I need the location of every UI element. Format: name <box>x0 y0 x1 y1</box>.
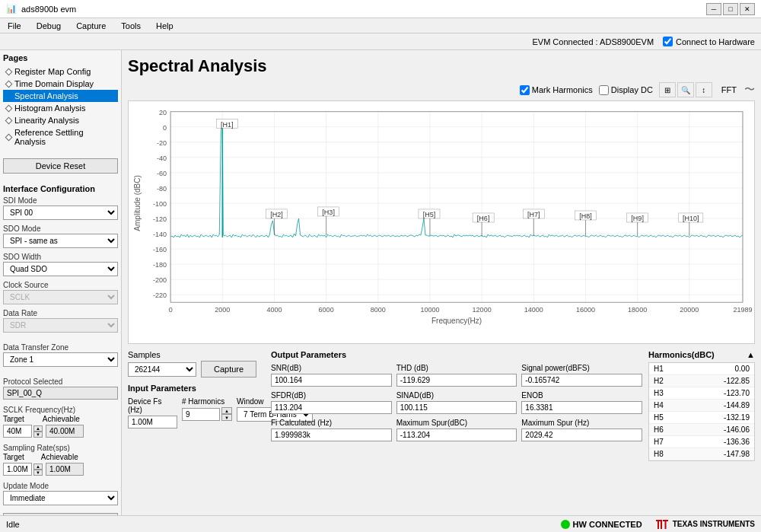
sfdr-value: 113.204 <box>271 401 392 414</box>
svg-text:[H8]: [H8] <box>579 212 592 220</box>
menu-tools[interactable]: Tools <box>116 21 145 31</box>
sdo-width-select[interactable]: Quad SDO <box>3 262 118 276</box>
data-rate-select: SDR <box>3 318 118 333</box>
data-transfer-select[interactable]: Zone 1 <box>3 352 118 367</box>
connect-hw-checkbox[interactable] <box>663 37 673 46</box>
harmonics-input[interactable] <box>182 408 220 421</box>
svg-text:[H1]: [H1] <box>221 121 234 129</box>
sampling-target-input[interactable] <box>3 463 32 476</box>
harmonics-up[interactable]: ▲ <box>221 407 232 414</box>
svg-text:-200: -200 <box>153 276 167 284</box>
sdo-mode-select[interactable]: SPI - same as <box>3 234 118 248</box>
harmonics-scroll[interactable]: H10.00H2-122.85H3-123.70H4-144.89H5-132.… <box>648 362 755 461</box>
app-icon: 📊 <box>6 4 17 14</box>
sidebar-item-reference[interactable]: Reference Settling Analysis <box>3 126 118 148</box>
device-reset-button[interactable]: Device Reset <box>3 158 118 174</box>
mark-harmonics-label: Mark Harmonics <box>532 85 593 94</box>
display-dc-checkbox[interactable] <box>599 85 609 95</box>
svg-text:[H2]: [H2] <box>270 211 283 218</box>
output-grid: SNR(dB) 100.164 THD (dB) -119.629 Signal… <box>271 364 642 441</box>
data-transfer-label: Data Transfer Zone <box>3 343 118 352</box>
samples-select[interactable]: 262144 <box>128 362 196 377</box>
svg-text:-40: -40 <box>157 155 167 162</box>
sampling-target-label: Target <box>3 453 24 461</box>
hw-connected-status: HW CONNECTED <box>561 520 642 529</box>
input-params-row: Device Fs (Hz) # Harmonics ▲ ▼ <box>128 397 265 428</box>
device-fs-input[interactable] <box>128 416 177 428</box>
fi-calc-label: Fi Calculated (Hz) <box>271 419 392 427</box>
enob-field: ENOB 16.3381 <box>521 391 642 414</box>
ti-branding: TEXAS INSTRUMENTS <box>654 518 755 530</box>
nav-diamond-reference <box>5 133 13 141</box>
capture-button[interactable]: Capture <box>201 361 256 377</box>
harmonic-row: H6-146.06 <box>649 424 754 436</box>
close-button[interactable]: ✕ <box>740 3 755 15</box>
svg-text:2000: 2000 <box>215 306 230 314</box>
output-title: Output Parameters <box>271 350 642 359</box>
statusbar: Idle HW CONNECTED TEXAS INSTRUMENTS <box>0 515 761 532</box>
capture-panel: Samples 262144 Capture Input Parameters … <box>128 350 265 509</box>
update-mode-select[interactable]: Immediate <box>3 491 118 505</box>
sclk-target-down[interactable]: ▼ <box>33 432 43 438</box>
nav-label-register: Register Map Config <box>14 67 91 76</box>
chart-tool-3[interactable]: ↕ <box>696 82 712 97</box>
signal-power-field: Signal power(dBFS) -0.165742 <box>521 364 642 387</box>
thd-value: -119.629 <box>396 374 517 387</box>
svg-text:20000: 20000 <box>680 306 699 314</box>
thd-field: THD (dB) -119.629 <box>396 364 517 387</box>
nav-diamond-histogram <box>5 104 13 112</box>
chart-tool-1[interactable]: ⊞ <box>659 82 676 97</box>
sidebar-item-spectral[interactable]: Spectral Analysis <box>3 90 118 102</box>
nav-label-histogram: Histogram Analysis <box>14 104 86 113</box>
svg-text:[H7]: [H7] <box>527 211 540 218</box>
svg-text:-20: -20 <box>157 139 167 147</box>
sidebar-item-register-map[interactable]: Register Map Config <box>3 65 118 78</box>
display-dc-label: Display DC <box>611 85 653 94</box>
sidebar-item-time-domain[interactable]: Time Domain Display <box>3 78 118 90</box>
harmonics-scroll-btn[interactable]: ▲ <box>747 350 755 359</box>
configure-button[interactable]: Configure <box>3 513 118 515</box>
sampling-target-up[interactable]: ▲ <box>33 464 43 470</box>
spectral-chart[interactable]: 20 0 -20 -40 -60 -80 -100 -120 -140 -160… <box>128 100 755 344</box>
maximize-button[interactable]: □ <box>723 3 738 15</box>
menu-capture[interactable]: Capture <box>72 21 110 31</box>
menu-debug[interactable]: Debug <box>32 21 65 31</box>
svg-text:[H6]: [H6] <box>477 215 490 222</box>
input-params-title: Input Parameters <box>128 384 265 393</box>
mark-harmonics-control[interactable]: Mark Harmonics <box>520 85 593 95</box>
sdi-mode-select[interactable]: SPI 00 <box>3 205 118 220</box>
mark-harmonics-checkbox[interactable] <box>520 85 530 95</box>
sidebar: Pages Register Map Config Time Domain Di… <box>0 50 122 515</box>
sidebar-item-histogram[interactable]: Histogram Analysis <box>3 102 118 114</box>
sclk-target-input[interactable] <box>3 425 32 438</box>
nav-label-reference: Reference Settling Analysis <box>14 128 115 146</box>
harmonic-row: H5-132.19 <box>649 412 754 424</box>
svg-text:21989: 21989 <box>733 306 752 314</box>
harmonics-down[interactable]: ▼ <box>221 414 232 421</box>
harmonics-field: # Harmonics ▲ ▼ <box>182 397 232 421</box>
minimize-button[interactable]: ─ <box>706 3 721 15</box>
titlebar-controls[interactable]: ─ □ ✕ <box>706 3 755 15</box>
chart-tool-2[interactable]: 🔍 <box>677 82 694 97</box>
connect-hardware[interactable]: Connect to Hardware <box>663 37 755 46</box>
status-idle: Idle <box>6 520 20 529</box>
menu-help[interactable]: Help <box>151 21 178 31</box>
svg-text:18000: 18000 <box>628 306 647 314</box>
svg-text:-60: -60 <box>157 170 167 177</box>
max-spur-dbc-field: Maximum Spur(dBC) -113.204 <box>396 419 517 441</box>
protocol-value: SPI_00_Q <box>3 387 118 400</box>
ti-text: TEXAS INSTRUMENTS <box>673 520 755 528</box>
data-transfer-section: Data Transfer Zone Zone 1 <box>3 343 118 371</box>
sclk-target-label: Target <box>3 415 24 423</box>
nav-label-spectral: Spectral Analysis <box>14 91 78 100</box>
svg-text:16000: 16000 <box>576 306 595 314</box>
menu-file[interactable]: File <box>3 21 26 31</box>
update-mode-section: Update Mode Immediate <box>3 482 118 510</box>
nav-diamond-time <box>5 80 13 88</box>
thd-label: THD (dB) <box>396 364 517 372</box>
sidebar-item-linearity[interactable]: Linearity Analysis <box>3 114 118 126</box>
display-dc-control[interactable]: Display DC <box>599 85 653 95</box>
sclk-target-up[interactable]: ▲ <box>33 425 43 432</box>
sampling-target-down[interactable]: ▼ <box>33 470 43 476</box>
interface-config-title: Interface Configuration <box>3 184 118 193</box>
